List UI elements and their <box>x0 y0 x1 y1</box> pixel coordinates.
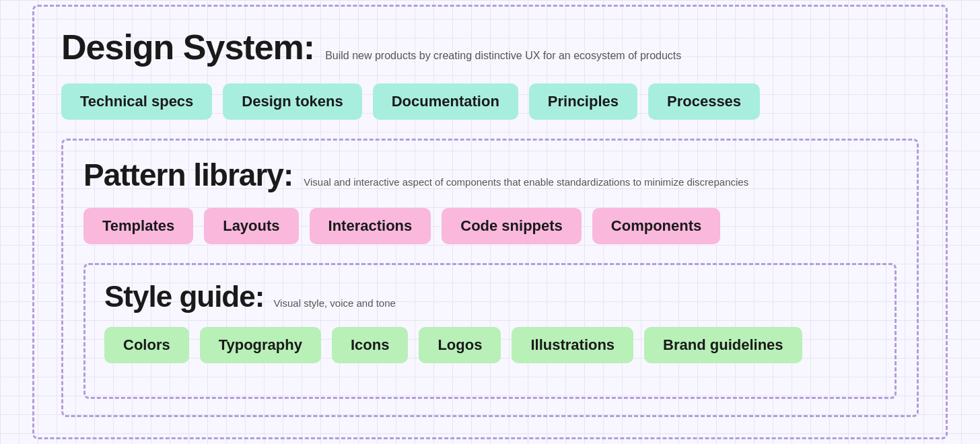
style-guide-tags: Colors Typography Icons Logos Illustrati… <box>104 327 876 363</box>
design-system-tags: Technical specs Design tokens Documentat… <box>61 83 919 120</box>
pattern-library-subtitle: Visual and interactive aspect of compone… <box>304 176 748 188</box>
tag-documentation[interactable]: Documentation <box>373 83 518 120</box>
tag-principles[interactable]: Principles <box>529 83 637 120</box>
pattern-library-container: Pattern library: Visual and interactive … <box>61 139 919 417</box>
design-system-header: Design System: Build new products by cre… <box>61 27 919 67</box>
style-guide-container: Style guide: Visual style, voice and ton… <box>83 263 897 399</box>
tag-templates[interactable]: Templates <box>83 208 193 244</box>
tag-code-snippets[interactable]: Code snippets <box>442 208 582 244</box>
style-guide-subtitle: Visual style, voice and tone <box>273 297 396 309</box>
tag-components[interactable]: Components <box>592 208 720 244</box>
tag-technical-specs[interactable]: Technical specs <box>61 83 212 120</box>
tag-logos[interactable]: Logos <box>419 327 501 363</box>
style-guide-header: Style guide: Visual style, voice and ton… <box>104 280 876 313</box>
tag-interactions[interactable]: Interactions <box>310 208 431 244</box>
style-guide-title: Style guide: <box>104 280 264 313</box>
tag-processes[interactable]: Processes <box>648 83 760 120</box>
pattern-library-tags: Templates Layouts Interactions Code snip… <box>83 208 897 244</box>
design-system-container: Design System: Build new products by cre… <box>32 5 948 439</box>
tag-icons[interactable]: Icons <box>332 327 408 363</box>
tag-illustrations[interactable]: Illustrations <box>512 327 633 363</box>
design-system-title: Design System: <box>61 27 314 67</box>
tag-colors[interactable]: Colors <box>104 327 189 363</box>
tag-layouts[interactable]: Layouts <box>204 208 298 244</box>
design-system-subtitle: Build new products by creating distincti… <box>325 50 681 62</box>
tag-typography[interactable]: Typography <box>200 327 321 363</box>
pattern-library-header: Pattern library: Visual and interactive … <box>83 157 897 193</box>
tag-brand-guidelines[interactable]: Brand guidelines <box>644 327 802 363</box>
tag-design-tokens[interactable]: Design tokens <box>223 83 361 120</box>
pattern-library-title: Pattern library: <box>83 157 293 193</box>
